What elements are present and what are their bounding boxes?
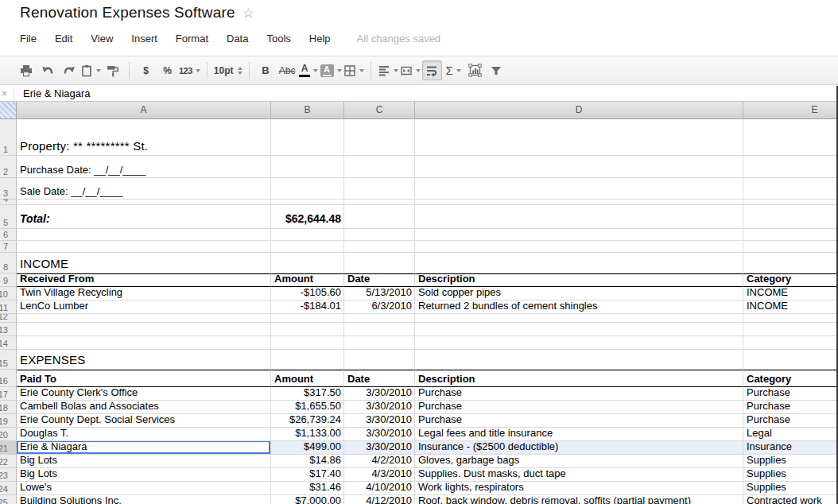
- cell-C6[interactable]: [344, 229, 415, 241]
- align-caret[interactable]: [394, 69, 398, 72]
- cell-A6[interactable]: [17, 229, 271, 241]
- redo-button[interactable]: [59, 60, 79, 80]
- row-header-1[interactable]: 1: [0, 119, 17, 156]
- cell-B14[interactable]: [271, 336, 344, 350]
- cell-D13[interactable]: [415, 323, 743, 336]
- undo-button[interactable]: [37, 60, 57, 80]
- row-header-15[interactable]: 15: [0, 350, 17, 370]
- text-color-caret[interactable]: [313, 69, 318, 72]
- cell-B15[interactable]: [271, 350, 344, 370]
- cell-E10[interactable]: INCOME: [743, 287, 838, 300]
- cell-B4[interactable]: [271, 200, 344, 205]
- cell-B9[interactable]: Amount: [271, 273, 344, 287]
- functions-button[interactable]: Σ: [444, 60, 464, 80]
- row-header-13[interactable]: 13: [0, 323, 17, 336]
- cell-E11[interactable]: INCOME: [743, 300, 838, 314]
- cell-D25[interactable]: Roof, back window, debris removal, soffi…: [415, 495, 743, 504]
- filter-button[interactable]: [487, 60, 506, 80]
- cell-C23[interactable]: 4/3/2010: [344, 468, 415, 482]
- cell-B6[interactable]: [271, 229, 344, 241]
- currency-format-button[interactable]: $: [136, 60, 156, 80]
- align-button[interactable]: [378, 60, 398, 80]
- cell-D3[interactable]: [415, 178, 743, 200]
- menu-edit[interactable]: Edit: [55, 33, 72, 45]
- cell-E21[interactable]: Insurance: [743, 441, 838, 455]
- merge-caret[interactable]: [416, 69, 421, 72]
- cell-E22[interactable]: Supplies: [743, 455, 838, 468]
- cell-B22[interactable]: $14.86: [271, 455, 344, 468]
- cell-E25[interactable]: Contracted work: [743, 495, 838, 504]
- cell-B12[interactable]: [271, 314, 344, 323]
- cell-D22[interactable]: Gloves, garbage bags: [415, 455, 743, 468]
- cell-B17[interactable]: $317.50: [271, 387, 344, 401]
- cell-A3[interactable]: Sale Date: __/__/____: [17, 178, 271, 200]
- cell-E1[interactable]: [743, 119, 838, 156]
- cell-A5[interactable]: Total:: [17, 205, 271, 229]
- cell-D5[interactable]: [415, 205, 743, 229]
- cell-C22[interactable]: 4/2/2010: [344, 455, 415, 468]
- menu-data[interactable]: Data: [227, 33, 248, 45]
- cell-E8[interactable]: [743, 253, 838, 273]
- cell-D7[interactable]: [415, 241, 743, 253]
- cell-B13[interactable]: [271, 323, 344, 336]
- cell-C1[interactable]: [344, 119, 415, 156]
- row-header-4[interactable]: 4: [0, 200, 17, 205]
- merge-cells-button[interactable]: [400, 60, 421, 80]
- cell-C8[interactable]: [344, 253, 415, 273]
- cell-C15[interactable]: [344, 350, 415, 370]
- cell-D19[interactable]: Purchase: [415, 414, 743, 428]
- column-header-D[interactable]: D: [415, 102, 743, 119]
- cell-E2[interactable]: [743, 156, 838, 178]
- cell-B19[interactable]: $26,739.24: [271, 414, 344, 428]
- cell-D23[interactable]: Supplies. Dust masks, duct tape: [415, 468, 743, 482]
- row-header-11[interactable]: 11: [0, 300, 17, 314]
- cell-E23[interactable]: Supplies: [743, 468, 838, 482]
- cell-C2[interactable]: [344, 156, 415, 178]
- borders-button[interactable]: [343, 60, 364, 80]
- cell-D9[interactable]: Description: [415, 273, 743, 287]
- cell-D10[interactable]: Sold copper pipes: [415, 287, 743, 300]
- row-header-10[interactable]: 10: [0, 287, 17, 300]
- cell-E16[interactable]: Category: [743, 370, 838, 387]
- cell-D18[interactable]: Purchase: [415, 401, 743, 414]
- cell-A12[interactable]: [17, 314, 271, 323]
- paste-format-button[interactable]: [80, 60, 101, 80]
- star-icon[interactable]: ☆: [242, 5, 254, 21]
- cell-C4[interactable]: [344, 200, 415, 205]
- cell-E12[interactable]: [743, 314, 838, 323]
- cell-B23[interactable]: $17.40: [271, 468, 344, 482]
- cell-C7[interactable]: [344, 241, 415, 253]
- row-header-12[interactable]: 12: [0, 314, 17, 323]
- row-header-17[interactable]: 17: [0, 387, 17, 401]
- cell-C5[interactable]: [344, 205, 415, 229]
- row-header-22[interactable]: 22: [0, 455, 17, 468]
- cell-D12[interactable]: [415, 314, 743, 323]
- cell-C9[interactable]: Date: [344, 273, 415, 287]
- column-header-E[interactable]: E: [743, 102, 838, 119]
- cell-C13[interactable]: [344, 323, 415, 336]
- cell-B8[interactable]: [271, 253, 344, 273]
- number-format-caret[interactable]: [196, 69, 200, 72]
- cell-A21[interactable]: Erie & Niagara: [17, 441, 271, 455]
- cell-A8[interactable]: INCOME: [17, 253, 271, 273]
- cell-A11[interactable]: LenCo Lumber: [17, 300, 271, 314]
- cell-E3[interactable]: [743, 178, 838, 200]
- cell-A13[interactable]: [17, 323, 271, 336]
- cell-C19[interactable]: 3/30/2010: [344, 414, 415, 428]
- cell-D14[interactable]: [415, 336, 743, 350]
- cell-D17[interactable]: Purchase: [415, 387, 743, 401]
- font-size-stepper[interactable]: [238, 67, 242, 75]
- cell-C11[interactable]: 6/3/2010: [344, 300, 415, 314]
- column-header-A[interactable]: A: [17, 102, 271, 119]
- cell-E13[interactable]: [743, 323, 838, 336]
- cell-B7[interactable]: [271, 241, 344, 253]
- menu-tools[interactable]: Tools: [266, 33, 290, 45]
- cell-B21[interactable]: $499.00: [271, 441, 344, 455]
- cell-D24[interactable]: Work lights, respirators: [415, 482, 743, 495]
- cell-A20[interactable]: Douglas T.: [17, 428, 271, 441]
- borders-caret[interactable]: [359, 69, 364, 72]
- cell-C25[interactable]: 4/12/2010: [344, 495, 415, 504]
- cell-B2[interactable]: [271, 156, 344, 178]
- cell-B5[interactable]: $62,644.48: [271, 205, 344, 229]
- row-header-19[interactable]: 19: [0, 414, 17, 428]
